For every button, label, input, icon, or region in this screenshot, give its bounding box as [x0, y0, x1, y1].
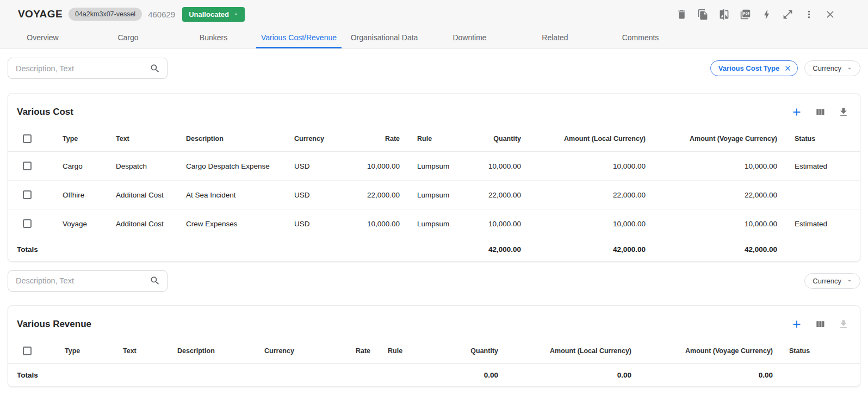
dropdown-caret-icon: [233, 11, 239, 17]
table-row[interactable]: Voyage Additonal Cost Crew Expenses USD …: [8, 209, 860, 238]
download-icon[interactable]: [837, 106, 850, 119]
page-title: VOYAGE: [18, 8, 63, 20]
cell-amount-local: 10,000.00: [521, 209, 646, 238]
tab-overview[interactable]: Overview: [0, 28, 85, 48]
col-text: Text: [116, 126, 186, 152]
col-type: Type: [63, 126, 116, 152]
cell-currency: USD: [294, 152, 348, 181]
section-title: Various Revenue: [17, 319, 91, 330]
add-row-icon[interactable]: [790, 318, 803, 331]
cell-currency: USD: [294, 209, 348, 238]
card-actions: [790, 318, 850, 331]
col-amount-voyage: Amount (Voyage Currency): [646, 126, 777, 152]
cell-amount-local: 22,000.00: [521, 181, 646, 209]
chip-label: Various Cost Type: [718, 64, 779, 72]
bolt-icon[interactable]: [760, 8, 773, 21]
top-bar: VOYAGE 04a2km3x07-vessel 460629 Unalloca…: [0, 0, 868, 49]
select-all-checkbox[interactable]: [23, 134, 32, 143]
chip-label: Currency: [813, 277, 841, 285]
col-rule: Rule: [370, 338, 419, 364]
cell-amount-local: 10,000.00: [521, 152, 646, 181]
delete-icon[interactable]: [675, 8, 688, 21]
various-revenue-table: Type Text Description Currency Rate Rule…: [8, 338, 860, 387]
col-currency: Currency: [294, 126, 348, 152]
row-checkbox[interactable]: [23, 219, 32, 228]
cell-amount-voyage: 22,000.00: [646, 181, 777, 209]
col-quantity: Quantity: [449, 126, 521, 152]
section-title: Various Cost: [17, 107, 73, 118]
various-revenue-header: Various Revenue: [8, 306, 860, 338]
voyage-number: 460629: [148, 10, 175, 19]
tab-bunkers[interactable]: Bunkers: [171, 28, 256, 48]
col-type: Type: [65, 338, 123, 364]
chevron-down-icon: [846, 65, 853, 72]
cell-type: Cargo: [63, 152, 116, 181]
various-cost-header: Various Cost: [8, 94, 860, 126]
pdf-icon[interactable]: [739, 8, 752, 21]
revenue-search-box[interactable]: [8, 270, 168, 292]
totals-label: Totals: [8, 238, 449, 261]
cell-status: Estimated: [777, 209, 860, 238]
totals-row: Totals 0.00 0.00 0.00: [8, 363, 860, 386]
cell-text: Despatch: [116, 152, 186, 181]
col-currency: Currency: [264, 338, 319, 364]
cell-quantity: 22,000.00: [449, 181, 521, 209]
title-row: VOYAGE 04a2km3x07-vessel 460629 Unalloca…: [0, 0, 868, 28]
cell-description: At Sea Incident: [186, 181, 294, 209]
table-row[interactable]: Offhire Additonal Cost At Sea Incident U…: [8, 181, 860, 209]
card-actions: [790, 106, 850, 119]
cell-rule: Lumpsum: [400, 209, 449, 238]
col-quantity: Quantity: [419, 338, 498, 364]
columns-icon[interactable]: [814, 318, 827, 331]
totals-amount-local: 0.00: [498, 363, 631, 386]
cell-quantity: 10,000.00: [449, 152, 521, 181]
col-rate: Rate: [348, 126, 400, 152]
more-icon[interactable]: [802, 8, 815, 21]
col-rate: Rate: [319, 338, 370, 364]
row-checkbox[interactable]: [23, 162, 32, 170]
tab-related[interactable]: Related: [512, 28, 598, 48]
various-cost-table: Type Text Description Currency Rate Rule…: [8, 126, 860, 261]
revenue-filter-chips: Currency: [804, 273, 860, 289]
expand-icon[interactable]: [781, 8, 794, 21]
col-description: Description: [177, 338, 264, 364]
close-icon[interactable]: [823, 8, 836, 21]
revenue-search-input[interactable]: [16, 276, 150, 285]
table-row[interactable]: Cargo Despatch Cargo Despatch Expense US…: [8, 152, 860, 181]
allocation-status-button[interactable]: Unallocated: [182, 7, 245, 22]
totals-label: Totals: [8, 363, 419, 386]
totals-quantity: 0.00: [419, 363, 498, 386]
download-icon: [837, 318, 850, 331]
cell-description: Cargo Despatch Expense: [186, 152, 294, 181]
filter-chip-currency[interactable]: Currency: [804, 60, 860, 76]
cell-text: Additonal Cost: [116, 209, 186, 238]
tab-cargo[interactable]: Cargo: [85, 28, 171, 48]
col-amount-local: Amount (Local Currency): [521, 126, 646, 152]
col-text: Text: [123, 338, 177, 364]
cell-type: Offhire: [63, 181, 116, 209]
filter-chip-various-cost-type[interactable]: Various Cost Type: [710, 60, 798, 76]
select-all-checkbox[interactable]: [23, 347, 32, 355]
revenue-filter-row: Currency: [8, 270, 860, 292]
col-status: Status: [777, 126, 860, 152]
tab-downtime[interactable]: Downtime: [427, 28, 512, 48]
chip-remove-icon[interactable]: [784, 64, 792, 72]
compare-icon[interactable]: [717, 8, 730, 21]
copy-icon[interactable]: [696, 8, 709, 21]
tab-comments[interactable]: Comments: [598, 28, 683, 48]
add-row-icon[interactable]: [790, 106, 803, 119]
cost-search-box[interactable]: [8, 58, 168, 79]
tab-various-cost-revenue[interactable]: Various Cost/Revenue: [256, 28, 342, 48]
row-checkbox[interactable]: [23, 190, 32, 199]
header-row: Type Text Description Currency Rate Rule…: [8, 338, 860, 364]
totals-quantity: 42,000.00: [449, 238, 521, 261]
filter-chip-currency[interactable]: Currency: [804, 273, 860, 289]
cost-search-input[interactable]: [16, 64, 150, 73]
cell-rate: 22,000.00: [348, 181, 400, 209]
columns-icon[interactable]: [814, 106, 827, 119]
tab-organisational-data[interactable]: Organisational Data: [342, 28, 427, 48]
search-icon[interactable]: [150, 275, 160, 286]
search-icon[interactable]: [150, 63, 160, 74]
col-description: Description: [186, 126, 294, 152]
totals-row: Totals 42,000.00 42,000.00 42,000.00: [8, 238, 860, 261]
